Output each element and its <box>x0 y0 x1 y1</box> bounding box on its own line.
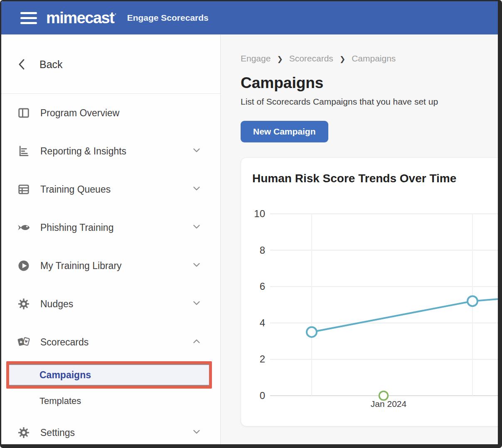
sidebar-item-reporting-insights[interactable]: Reporting & Insights <box>1 132 220 170</box>
sidebar-item-label: My Training Library <box>40 260 191 272</box>
svg-text:2: 2 <box>260 353 265 365</box>
back-button[interactable]: Back <box>1 54 220 74</box>
columns-icon <box>17 106 30 120</box>
app-window: mimecast ' Engage Scorecards Back <box>0 0 502 448</box>
main-content: Engage ❯ Scorecards ❯ Campaigns Campaign… <box>221 34 498 444</box>
play-circle-icon <box>17 259 30 272</box>
svg-text:6: 6 <box>260 281 265 292</box>
sidebar-item-campaigns[interactable]: Campaigns <box>9 364 209 386</box>
sidebar-item-program-overview[interactable]: Program Overview <box>1 94 220 132</box>
app-title: Engage Scorecards <box>127 13 209 23</box>
sidebar-item-scorecards[interactable]: ♥ ♠ Scorecards <box>1 323 220 361</box>
sidebar: Back Program Overview <box>1 34 221 444</box>
sidebar-item-label: Training Queues <box>40 184 191 195</box>
sidebar-item-label: Reporting & Insights <box>40 146 191 157</box>
sidebar-item-settings[interactable]: Settings <box>1 414 220 444</box>
page-title: Campaigns <box>241 74 498 92</box>
sidebar-item-label: Settings <box>40 427 191 438</box>
svg-text:♥: ♥ <box>24 339 28 344</box>
chevron-down-icon <box>191 183 202 196</box>
gear-icon <box>17 426 30 439</box>
chevron-right-icon: ❯ <box>277 55 283 64</box>
sidebar-item-training-queues[interactable]: Training Queues <box>1 170 220 208</box>
back-label: Back <box>39 59 63 71</box>
chart-title: Human Risk Score Trends Over Time <box>241 158 498 185</box>
chevron-down-icon <box>191 145 202 157</box>
sidebar-item-label: Phishing Training <box>40 222 191 233</box>
logo-trademark: ' <box>115 12 116 19</box>
table-icon <box>17 183 30 196</box>
bar-chart-icon <box>17 144 30 158</box>
logo-text: mimecast <box>46 9 114 27</box>
new-campaign-button[interactable]: New Campaign <box>241 121 328 142</box>
chevron-right-icon: ❯ <box>340 55 345 64</box>
svg-text:4: 4 <box>260 317 265 328</box>
cards-icon: ♥ ♠ <box>17 335 30 349</box>
sidebar-item-phishing-training[interactable]: Phishing Training <box>1 208 220 247</box>
breadcrumb: Engage ❯ Scorecards ❯ Campaigns <box>241 54 498 64</box>
breadcrumb-scorecards[interactable]: Scorecards <box>289 54 333 64</box>
chevron-left-icon <box>17 58 26 71</box>
sidebar-item-label: Campaigns <box>39 370 91 381</box>
campaigns-highlight-annotation: Campaigns <box>6 361 212 389</box>
risk-trend-card: Human Risk Score Trends Over Time 024681… <box>241 157 498 426</box>
svg-text:8: 8 <box>260 245 265 256</box>
sidebar-item-label: Scorecards <box>40 337 191 348</box>
svg-text:Jan 2024: Jan 2024 <box>371 399 407 409</box>
chevron-down-icon <box>191 259 202 272</box>
risk-trend-chart: 0246810Jan 2024 <box>241 191 498 418</box>
sidebar-item-nudges[interactable]: Nudges <box>1 285 220 323</box>
chevron-down-icon <box>191 221 202 234</box>
top-header-bar: mimecast ' Engage Scorecards <box>1 1 498 34</box>
chevron-up-icon <box>191 336 202 348</box>
svg-text:0: 0 <box>260 390 265 401</box>
mimecast-logo[interactable]: mimecast ' <box>46 9 116 27</box>
page-subtitle: List of Scorecards Campaigns that you ha… <box>241 97 498 107</box>
sidebar-item-my-training-library[interactable]: My Training Library <box>1 247 220 285</box>
sidebar-item-label: Templates <box>39 396 81 406</box>
chevron-down-icon <box>191 426 202 439</box>
fish-icon <box>17 221 30 234</box>
sidebar-item-templates[interactable]: Templates <box>1 389 220 414</box>
svg-text:10: 10 <box>254 208 265 219</box>
sidebar-item-label: Nudges <box>40 299 191 310</box>
breadcrumb-engage[interactable]: Engage <box>241 54 271 64</box>
hamburger-menu-icon[interactable] <box>20 12 37 24</box>
gear-icon <box>17 297 30 311</box>
sidebar-item-label: Program Overview <box>40 108 202 119</box>
breadcrumb-campaigns[interactable]: Campaigns <box>352 54 396 64</box>
chevron-down-icon <box>191 298 202 310</box>
